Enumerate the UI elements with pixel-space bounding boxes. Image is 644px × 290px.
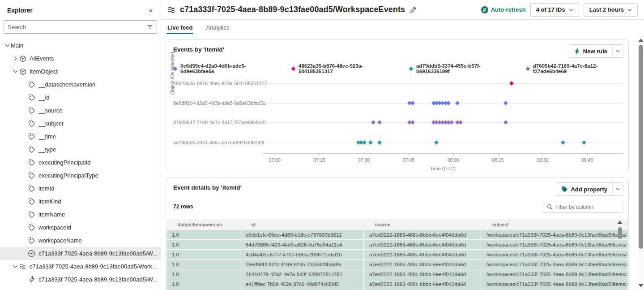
edit-title-icon[interactable] bbox=[409, 6, 417, 13]
tree-item-itemid[interactable]: itemId bbox=[0, 182, 161, 195]
new-rule-button[interactable]: New rule bbox=[569, 45, 612, 57]
tree-item-label: c71a333f-7025-4aea-8b89-9c13fae00ad5/Wor… bbox=[30, 263, 157, 270]
chevron-right-icon[interactable] bbox=[12, 55, 19, 62]
tree-item-workspaceid[interactable]: workspaceId bbox=[0, 221, 161, 234]
tree-item-itemkind[interactable]: itemKind bbox=[0, 195, 161, 208]
diamond-marker-icon bbox=[291, 66, 296, 71]
data-point[interactable] bbox=[456, 101, 460, 105]
data-point[interactable] bbox=[371, 120, 375, 125]
tree-item-main[interactable]: Main bbox=[0, 39, 161, 52]
column-header-dataschemaversion[interactable]: __dataschemaversion bbox=[166, 219, 240, 230]
category-gridline bbox=[259, 119, 623, 126]
tree-item-c71a333f-7025-4aea-8b89-9c13fae00ad5-w-[interactable]: c71a333f-7025-4aea-8b89-9c13fae00ad5/W..… bbox=[0, 247, 161, 260]
legend-label: 0e6d99c4-d2a0-4d0b-ade5-6d9e63bfae5a bbox=[180, 63, 277, 74]
table-row[interactable]: 1.029e890f4-f023-4199-8245-2336928ba88aa… bbox=[166, 260, 628, 269]
tree-item-c71a333f-7025-4aea-8b89-9c13fae00ad5-work-[interactable]: c71a333f-7025-4aea-8b89-9c13fae00ad5/Wor… bbox=[0, 260, 161, 273]
data-point[interactable] bbox=[446, 101, 451, 105]
tree-item-__type[interactable]: __type bbox=[0, 143, 161, 156]
page-scrollbar[interactable] bbox=[638, 35, 644, 290]
chevron-down-icon[interactable] bbox=[12, 68, 19, 75]
tab-live-feed[interactable]: Live feed bbox=[166, 22, 193, 35]
data-point[interactable] bbox=[458, 120, 463, 125]
data-point[interactable] bbox=[434, 140, 439, 145]
sidebar-search-box[interactable] bbox=[4, 20, 157, 34]
tree-item-executingprincipalid[interactable]: executingPrincipalId bbox=[0, 156, 161, 169]
auto-refresh-toggle[interactable]: Auto-refresh bbox=[481, 6, 526, 13]
tree-item-__subject[interactable]: __subject bbox=[0, 117, 161, 130]
explorer-tree: MainAllEventsItemObject__dataschemaversi… bbox=[0, 38, 161, 286]
tree-item-label: __dataschemaversion bbox=[38, 81, 95, 88]
data-point[interactable] bbox=[449, 120, 454, 125]
x-tick bbox=[587, 154, 588, 156]
tree-item-workspacename[interactable]: workspaceName bbox=[0, 234, 161, 247]
data-point[interactable] bbox=[503, 120, 508, 125]
table-scrollbar-thumb[interactable] bbox=[618, 227, 622, 239]
data-point[interactable] bbox=[503, 101, 508, 105]
tree-item-itemobject[interactable]: ItemObject bbox=[0, 65, 161, 78]
data-point[interactable] bbox=[377, 140, 382, 145]
scroll-up-icon[interactable] bbox=[638, 39, 644, 42]
table-row[interactable]: 1.054d70886-f429-4bd9-a628-9a75d94a11c4a… bbox=[166, 240, 628, 249]
data-point[interactable] bbox=[582, 140, 586, 145]
new-rule-dropdown-arrow[interactable] bbox=[612, 45, 623, 57]
data-point[interactable] bbox=[362, 140, 367, 145]
tree-item-label: itemKind bbox=[38, 198, 61, 205]
column-header-id[interactable]: __id bbox=[240, 219, 364, 230]
category-gridline bbox=[259, 80, 623, 87]
data-point[interactable] bbox=[410, 101, 415, 105]
legend-item[interactable]: ad79ddb5-3374-455c-b57f-b6916336189f bbox=[409, 63, 511, 74]
category-label: 48623a35-b876-48ec-923a-504185351317 bbox=[173, 81, 259, 86]
table-row[interactable]: 1.02b410479-42a2-4e7a-8d3f-62807281c791a… bbox=[166, 269, 628, 279]
add-property-button[interactable]: Add property bbox=[556, 183, 612, 195]
table-cell: a7ed0222-1883-488c-8bbb-6ee4f043da6d bbox=[364, 250, 481, 259]
tag-icon bbox=[28, 94, 35, 101]
chevron-down-icon[interactable] bbox=[12, 263, 19, 270]
tag-icon bbox=[28, 224, 35, 231]
page-scrollbar-thumb[interactable] bbox=[639, 45, 643, 249]
data-point[interactable] bbox=[410, 120, 415, 125]
time-range-dropdown[interactable]: Last 2 hours bbox=[584, 3, 638, 17]
scroll-down-icon[interactable] bbox=[638, 284, 644, 287]
explorer-header: Explorer « bbox=[0, 0, 161, 17]
table-row[interactable]: 1.04c84a40c-6777-4707-b9da-203671cdaf1ba… bbox=[166, 250, 628, 259]
column-filter-box[interactable] bbox=[543, 201, 623, 213]
tree-item-__time[interactable]: __time bbox=[0, 130, 161, 143]
tree-item-executingprincipaltype[interactable]: executingPrincipalType bbox=[0, 169, 161, 182]
search-filter-icon[interactable] bbox=[147, 24, 153, 30]
legend-item[interactable]: 0e6d99c4-d2a0-4d0b-ade5-6d9e63bfae5a bbox=[174, 63, 277, 74]
add-property-label: Add property bbox=[571, 186, 607, 193]
tree-item-c71a333f-7025-4aea-8b89-9c13fae00ad5-w-[interactable]: c71a333f-7025-4aea-8b89-9c13fae00ad5/W..… bbox=[0, 273, 161, 286]
column-filter-input[interactable] bbox=[555, 204, 619, 210]
add-property-dropdown-arrow[interactable] bbox=[612, 183, 623, 195]
legend-label: ad79ddb5-3374-455c-b57f-b6916336189f bbox=[416, 63, 511, 74]
ids-filter-dropdown[interactable]: 4 of 17 IDs bbox=[530, 3, 579, 17]
tab-analytics[interactable]: Analytics bbox=[205, 22, 230, 35]
table-row[interactable]: 1.0e41ff9ec-7b5d-452a-87c6-49d974c659f5a… bbox=[166, 279, 628, 289]
tree-item-itemname[interactable]: itemName bbox=[0, 208, 161, 221]
table-scrollbar[interactable] bbox=[617, 221, 623, 252]
tree-item-__dataschemaversion[interactable]: __dataschemaversion bbox=[0, 78, 161, 91]
legend-item[interactable]: 48623a35-b876-48ec-923a-504185351317 bbox=[292, 63, 394, 74]
data-point[interactable] bbox=[561, 140, 565, 145]
table-cell: 29e890f4-f023-4199-8245-2336928ba88a bbox=[240, 260, 364, 269]
tree-item-__source[interactable]: __source bbox=[0, 104, 161, 117]
table-cell: 54d70886-f429-4bd9-a628-9a75d94a11c4 bbox=[240, 240, 364, 249]
collapse-sidebar-icon[interactable]: « bbox=[147, 6, 154, 14]
scroll-up-icon[interactable] bbox=[617, 221, 623, 224]
table-row[interactable]: 1.0c0eb1efc-65ee-4d89-b18c-e737609b3612a… bbox=[166, 230, 628, 239]
tree-item-label: __id bbox=[38, 94, 50, 101]
column-header-subject[interactable]: __subject bbox=[481, 219, 628, 230]
column-header-source[interactable]: __source bbox=[364, 219, 481, 230]
data-point[interactable] bbox=[509, 81, 514, 86]
table-cell: 1.0 bbox=[166, 260, 240, 269]
table-cell: 1.0 bbox=[166, 240, 240, 249]
x-tick-label: 07:00 bbox=[269, 157, 280, 163]
stream-icon bbox=[19, 263, 26, 270]
search-input[interactable] bbox=[8, 24, 147, 30]
tree-item-__id[interactable]: __id bbox=[0, 91, 161, 104]
tree-item-allevents[interactable]: AllEvents bbox=[0, 52, 161, 65]
data-point[interactable] bbox=[368, 140, 373, 145]
chevron-down-icon[interactable] bbox=[4, 42, 11, 49]
data-point[interactable] bbox=[377, 120, 382, 125]
legend-item[interactable]: d7605b42-7169-4a7c-8a12-f27ade6b4e69 bbox=[526, 63, 628, 74]
